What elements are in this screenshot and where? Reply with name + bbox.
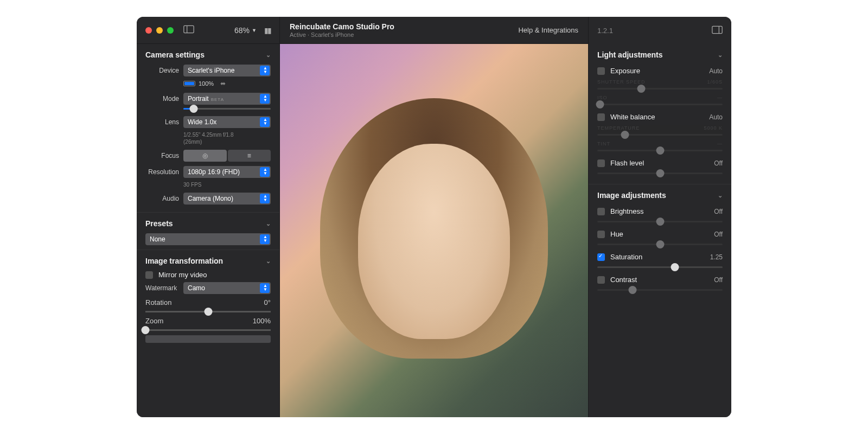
zoom-value-text: 100% [253,317,271,325]
chevron-down-icon: ⌄ [718,52,723,59]
maximize-window[interactable] [167,27,174,34]
flash-value: Off [714,159,723,167]
center-panel: Reincubate Camo Studio Pro Active · Scar… [280,17,588,417]
chevron-down-icon: ⌄ [266,220,271,227]
camera-settings-header[interactable]: Camera settings ⌄ [145,50,271,59]
chevron-down-icon: ⌄ [718,192,723,199]
zoom-slider[interactable] [145,329,271,331]
flash-label: Flash level [610,159,644,167]
brightness-label: Brightness [610,207,643,215]
image-adjustments-header[interactable]: Image adjustments ⌄ [597,191,723,200]
shutter-slider[interactable] [597,88,723,90]
zoom-dropdown[interactable]: 68% ▼ [234,26,257,35]
brightness-checkbox[interactable] [597,208,605,215]
hue-slider[interactable] [597,244,723,245]
svg-rect-2 [712,26,722,33]
audio-select[interactable]: Camera (Mono)▲▼ [183,193,271,205]
chevron-down-icon: ⌄ [266,52,271,59]
audio-label: Audio [145,195,179,202]
exposure-value: Auto [709,67,723,75]
focus-label: Focus [145,152,179,159]
preset-select[interactable]: None▲▼ [145,233,271,245]
lens-info: 1/2.55" 4.25mm f/1.8 (26mm) [183,131,271,145]
section-title: Light adjustments [597,50,663,59]
watermark-select[interactable]: Camo▲▼ [183,282,271,294]
zoom-label: Zoom [145,317,163,325]
resolution-label: Resolution [145,168,179,176]
toggle-right-sidebar-icon[interactable] [712,25,723,36]
exposure-label: Exposure [610,67,640,75]
focus-manual-button[interactable]: ≡ [228,150,271,162]
wb-checkbox[interactable] [597,113,605,121]
brightness-slider[interactable] [597,221,723,222]
hue-value: Off [714,231,723,238]
chevron-down-icon: ▼ [252,28,257,33]
wb-label: White balance [610,113,655,121]
saturation-value: 1.25 [710,253,723,261]
rotation-slider[interactable] [145,311,271,312]
brightness-value: Off [714,208,723,215]
minimize-window[interactable] [156,27,163,34]
mirror-label: Mirror my video [158,271,207,279]
watermark-label: Watermark [145,284,179,292]
battery-icon [183,81,195,86]
app-window: 68% ▼ ▮▮ Camera settings ⌄ Device Scarle… [137,17,731,417]
contrast-checkbox[interactable] [597,276,605,284]
tint-slider[interactable] [597,150,723,151]
saturation-checkbox[interactable] [597,253,605,261]
battery-value: 100% [199,80,214,87]
temp-slider[interactable] [597,134,723,136]
transform-header[interactable]: Image transformation ⌄ [145,257,271,265]
left-panel: 68% ▼ ▮▮ Camera settings ⌄ Device Scarle… [137,17,280,417]
help-link[interactable]: Help & Integrations [518,26,578,34]
contrast-value: Off [714,276,723,284]
section-title: Image transformation [145,257,223,265]
section-title: Image adjustments [597,191,666,200]
close-window[interactable] [145,27,152,34]
hue-label: Hue [610,230,623,238]
rotation-value: 0° [264,298,271,307]
crop-area[interactable] [145,335,271,343]
mode-select[interactable]: PortraitBETA▲▼ [183,93,271,105]
device-select[interactable]: Scarlet's iPhone▲▼ [183,65,271,76]
contrast-label: Contrast [610,276,637,284]
app-subtitle: Active · Scarlet's iPhone [290,31,394,38]
lens-select[interactable]: Wide 1.0x▲▼ [183,116,271,128]
mirror-checkbox[interactable] [145,271,153,279]
usb-icon: ⬌ [220,80,226,87]
section-title: Camera settings [145,50,205,59]
hue-checkbox[interactable] [597,231,605,238]
toggle-sidebar-icon[interactable] [183,25,194,36]
contrast-slider[interactable] [597,289,723,291]
mode-slider[interactable] [183,108,271,110]
right-panel: 1.2.1 Light adjustments ⌄ ExposureAuto S… [588,17,731,417]
device-label: Device [145,67,179,74]
section-title: Presets [145,219,173,228]
wb-value: Auto [709,113,723,121]
presets-header[interactable]: Presets ⌄ [145,219,271,228]
focus-auto-button[interactable]: ◎ [183,150,227,162]
svg-rect-0 [184,25,194,33]
saturation-slider[interactable] [597,266,723,268]
exposure-checkbox[interactable] [597,67,605,75]
fps-info: 30 FPS [183,181,271,188]
iso-slider[interactable] [597,104,723,105]
light-adjustments-header[interactable]: Light adjustments ⌄ [597,50,723,59]
chevron-down-icon: ⌄ [266,258,271,265]
version-label: 1.2.1 [597,27,613,35]
resolution-select[interactable]: 1080p 16:9 (FHD)▲▼ [183,166,271,178]
video-preview [280,44,588,417]
pause-button[interactable]: ▮▮ [264,26,271,35]
app-title: Reincubate Camo Studio Pro [290,22,394,31]
lens-label: Lens [145,118,179,126]
saturation-label: Saturation [610,253,642,261]
rotation-label: Rotation [145,298,171,307]
flash-slider[interactable] [597,173,723,174]
flash-checkbox[interactable] [597,159,605,167]
zoom-value: 68% [234,26,250,35]
mode-label: Mode [145,95,179,103]
